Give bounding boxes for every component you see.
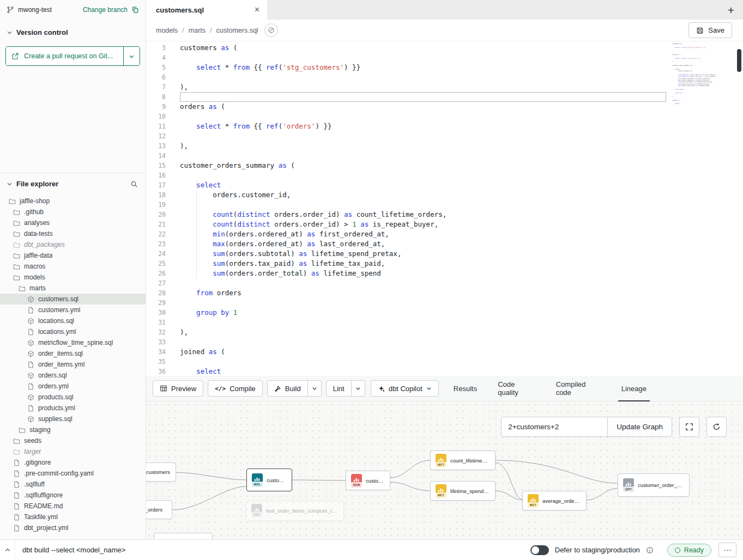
tree-item-order-items-sql[interactable]: order_items.sql bbox=[0, 348, 146, 359]
tree-item-sqlfluffignore[interactable]: .sqlfluffignore bbox=[0, 490, 146, 501]
code-line-6[interactable]: 6 bbox=[146, 72, 743, 82]
tab-compiled-code[interactable]: Compiled code bbox=[546, 376, 611, 401]
code-line-13[interactable]: 13), bbox=[146, 141, 743, 151]
editor-scrollbar[interactable] bbox=[736, 41, 742, 376]
lineage-node-customer_order_metrics[interactable]: QRYcustomer_order_metrics bbox=[618, 473, 690, 497]
lineage-filter-input[interactable] bbox=[501, 417, 608, 437]
save-button[interactable]: Save bbox=[688, 22, 732, 38]
code-line-16[interactable]: 16 bbox=[146, 171, 743, 180]
tab-customers-sql[interactable]: customers.sql × bbox=[146, 0, 267, 20]
tree-item-pre-commit-config-yaml[interactable]: .pre-commit-config.yaml bbox=[0, 468, 146, 479]
defer-toggle[interactable] bbox=[530, 545, 549, 555]
info-icon[interactable] bbox=[646, 546, 654, 554]
code-line-10[interactable]: 10 bbox=[146, 112, 743, 121]
search-icon[interactable] bbox=[130, 180, 138, 188]
code-line-14[interactable]: 14 bbox=[146, 151, 743, 161]
lineage-node-stg_orders[interactable]: MDLstg_orders bbox=[146, 500, 172, 519]
lineage-node-customers_semantic[interactable]: SEMcustomers bbox=[346, 471, 390, 490]
copy-branch-icon[interactable] bbox=[131, 6, 139, 14]
code-line-11[interactable]: 11 select * from {{ ref('orders') }} bbox=[146, 121, 743, 131]
breadcrumb-marts[interactable]: marts bbox=[189, 27, 206, 34]
tree-item-staging[interactable]: staging bbox=[0, 424, 146, 435]
tree-item-metricflow-time-spine-sql[interactable]: metricflow_time_spine.sql bbox=[0, 337, 146, 348]
lineage-panel[interactable]: MDLstg_customersMDLstg_ordersMDLcustomer… bbox=[146, 401, 743, 539]
code-line-17[interactable]: 17 select bbox=[146, 180, 743, 190]
lineage-node-stg_customers[interactable]: MDLstg_customers bbox=[146, 462, 176, 482]
refresh-icon[interactable] bbox=[706, 417, 727, 437]
breadcrumb-models[interactable]: models bbox=[156, 27, 178, 34]
chevron-up-icon[interactable] bbox=[0, 540, 15, 560]
tree-item-locations-yml[interactable]: locations.yml bbox=[0, 326, 146, 337]
new-tab-button[interactable]: + bbox=[728, 4, 734, 16]
tree-item-readme-md[interactable]: README.md bbox=[0, 501, 146, 512]
code-line-18[interactable]: 18 orders.customer_id, bbox=[146, 190, 743, 200]
tree-item-customers-yml[interactable]: customers.yml bbox=[0, 305, 146, 315]
code-line-15[interactable]: 15customer_orders_summary as ( bbox=[146, 161, 743, 171]
lineage-node-customers_model[interactable]: MDLcustomers bbox=[246, 468, 292, 491]
code-line-4[interactable]: 4 bbox=[146, 53, 743, 63]
code-line-20[interactable]: 20 count(distinct orders.order_id) as co… bbox=[146, 210, 743, 220]
tree-item-jaffle-shop[interactable]: jaffle-shop bbox=[0, 196, 146, 206]
code-line-36[interactable]: 36 select bbox=[146, 367, 743, 376]
code-line-32[interactable]: 32), bbox=[146, 327, 743, 337]
tree-item-data-tests[interactable]: data-tests bbox=[0, 228, 146, 239]
tab-results[interactable]: Results bbox=[443, 376, 487, 401]
code-line-31[interactable]: 31 bbox=[146, 318, 743, 327]
tab-lineage[interactable]: Lineage bbox=[611, 376, 657, 401]
tree-item-products-sql[interactable]: products.sql bbox=[0, 392, 146, 403]
lineage-node-count_lifetime_orders[interactable]: METcount_lifetime_orders bbox=[430, 451, 496, 470]
tree-item-dbt-project-yml[interactable]: dbt_project.yml bbox=[0, 522, 146, 533]
tree-item-jaffle-data[interactable]: jaffle-data bbox=[0, 250, 146, 261]
code-line-27[interactable]: 27 bbox=[146, 278, 743, 288]
code-line-34[interactable]: 34joined as ( bbox=[146, 347, 743, 357]
code-line-21[interactable]: 21 count(distinct orders.order_id) > 1 a… bbox=[146, 220, 743, 229]
tree-item-locations-sql[interactable]: locations.sql bbox=[0, 315, 146, 326]
code-line-8[interactable]: 8 bbox=[146, 92, 743, 102]
code-line-30[interactable]: 30 group by 1 bbox=[146, 308, 743, 318]
file-explorer-header[interactable]: File explorer bbox=[0, 173, 146, 192]
tree-item-gitignore[interactable]: .gitignore bbox=[0, 457, 146, 468]
fullscreen-icon[interactable] bbox=[679, 417, 699, 437]
change-branch-link[interactable]: Change branch bbox=[83, 6, 128, 14]
code-line-22[interactable]: 22 min(orders.ordered_at) as first_order… bbox=[146, 229, 743, 239]
tree-item-sqlfluff[interactable]: .sqlfluff bbox=[0, 479, 146, 490]
tree-item-order-items-yml[interactable]: order_items.yml bbox=[0, 359, 146, 370]
code-line-33[interactable]: 33 bbox=[146, 337, 743, 347]
lineage-node-average_order_value[interactable]: METaverage_order_value bbox=[522, 491, 587, 510]
code-line-35[interactable]: 35 bbox=[146, 357, 743, 367]
tab-code-quality[interactable]: Code quality bbox=[487, 376, 545, 401]
tree-item-github[interactable]: .github bbox=[0, 206, 146, 217]
dbt-copilot-button[interactable]: dbt Copilot bbox=[371, 380, 439, 397]
tree-item-macros[interactable]: macros bbox=[0, 261, 146, 272]
tree-item-analyses[interactable]: analyses bbox=[0, 217, 146, 228]
close-icon[interactable]: × bbox=[255, 5, 259, 14]
code-line-28[interactable]: 28 from orders bbox=[146, 288, 743, 298]
tree-item-taskfile-yml[interactable]: Taskfile.yml bbox=[0, 512, 146, 522]
docs-icon[interactable] bbox=[264, 23, 278, 37]
tree-item-products-yml[interactable]: products.yml bbox=[0, 403, 146, 413]
version-control-header[interactable]: Version control bbox=[0, 20, 146, 41]
code-line-3[interactable]: 3customers as ( bbox=[146, 43, 743, 53]
build-button[interactable]: Build bbox=[267, 380, 308, 397]
tree-item-seeds[interactable]: seeds bbox=[0, 435, 146, 446]
code-line-26[interactable]: 26 sum(orders.order_total) as lifetime_s… bbox=[146, 269, 743, 278]
lineage-node-partial_node[interactable] bbox=[154, 533, 213, 539]
code-line-23[interactable]: 23 max(orders.ordered_at) as last_ordere… bbox=[146, 239, 743, 249]
code-line-9[interactable]: 9orders as ( bbox=[146, 102, 743, 112]
lineage-node-test_order_items[interactable]: TSTtest_order_items_compute_to_bools... bbox=[246, 501, 344, 521]
more-options-button[interactable]: ⋯ bbox=[718, 543, 736, 557]
tree-item-target[interactable]: target bbox=[0, 446, 146, 457]
tree-item-supplies-sql[interactable]: supplies.sql bbox=[0, 413, 146, 424]
lint-button[interactable]: Lint bbox=[326, 380, 352, 397]
create-pr-button[interactable]: Create a pull request on Git... bbox=[6, 47, 123, 65]
tree-item-customers-sql[interactable]: customers.sql bbox=[0, 294, 146, 305]
tree-item-dbt-packages[interactable]: dbt_packages bbox=[0, 239, 146, 250]
code-line-19[interactable]: 19 bbox=[146, 200, 743, 210]
code-line-12[interactable]: 12 bbox=[146, 131, 743, 141]
lineage-node-lifetime_spend_pretax[interactable]: METlifetime_spend_pretax bbox=[430, 481, 496, 501]
code-editor[interactable]: 3customers as (45 select * from {{ ref('… bbox=[146, 41, 743, 376]
tree-item-orders-sql[interactable]: orders.sql bbox=[0, 370, 146, 381]
scrollbar-thumb[interactable] bbox=[737, 49, 741, 72]
preview-button[interactable]: Preview bbox=[153, 380, 203, 397]
code-line-25[interactable]: 25 sum(orders.tax_paid) as lifetime_tax_… bbox=[146, 259, 743, 269]
